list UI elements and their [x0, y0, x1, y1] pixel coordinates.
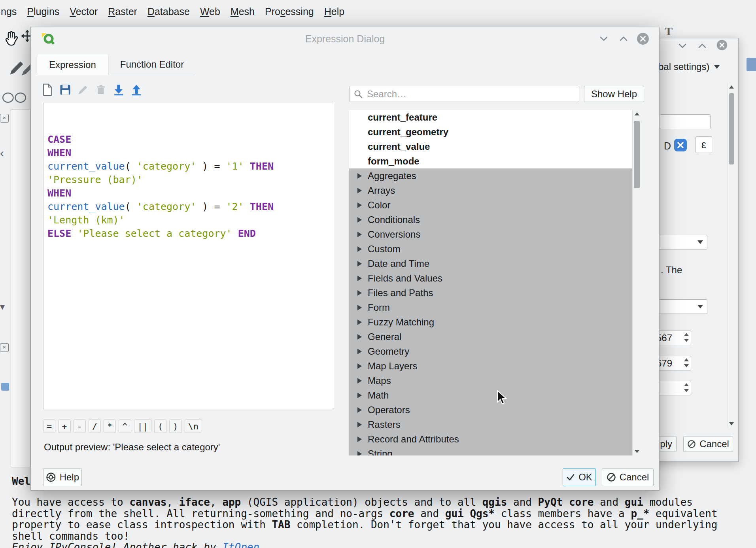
- new-expression-button[interactable]: [40, 82, 55, 98]
- menu-item-web[interactable]: Web: [195, 4, 225, 19]
- expander-icon[interactable]: [357, 217, 362, 223]
- close-panel-icon[interactable]: ×: [0, 114, 9, 123]
- expander-icon[interactable]: [357, 276, 362, 281]
- function-group-record-and-attributes[interactable]: Record and Attributes: [349, 432, 632, 446]
- select-circle-icon[interactable]: [2, 91, 27, 104]
- function-group-aggregates[interactable]: Aggregates: [349, 168, 632, 183]
- expander-icon[interactable]: [357, 422, 362, 427]
- expander-icon[interactable]: [357, 188, 362, 193]
- function-item-current-feature[interactable]: current_feature: [349, 110, 632, 125]
- layer-icon[interactable]: [1, 383, 9, 391]
- operator-button[interactable]: ): [169, 420, 181, 433]
- spin-up-icon[interactable]: [684, 383, 689, 386]
- help-button[interactable]: Help: [43, 468, 82, 486]
- function-group-maps[interactable]: Maps: [349, 373, 632, 388]
- function-group-operators[interactable]: Operators: [349, 402, 632, 417]
- close-panel-2-icon[interactable]: ×: [0, 343, 9, 352]
- operator-button[interactable]: /: [89, 420, 101, 433]
- tab-function-editor[interactable]: Function Editor: [108, 54, 196, 75]
- background-dialog-scrollbar[interactable]: [728, 83, 735, 428]
- operator-button[interactable]: +: [58, 420, 70, 433]
- operator-button[interactable]: (: [154, 420, 166, 433]
- pan-hand-icon[interactable]: [3, 29, 20, 48]
- menu-item-database[interactable]: Database: [142, 4, 195, 19]
- function-item-current-value[interactable]: current_value: [349, 139, 632, 154]
- function-group-form[interactable]: Form: [349, 300, 632, 315]
- tab-expression[interactable]: Expression: [37, 54, 108, 75]
- toolbar-icon-partial[interactable]: [747, 58, 756, 71]
- scrollbar-thumb[interactable]: [634, 121, 640, 188]
- function-group-conditionals[interactable]: Conditionals: [349, 212, 632, 227]
- text-field[interactable]: [660, 114, 711, 129]
- function-group-string[interactable]: String: [349, 446, 632, 455]
- menu-item-mesh[interactable]: Mesh: [225, 4, 260, 19]
- combobox-1[interactable]: [653, 235, 707, 249]
- spin-down-icon[interactable]: [684, 364, 689, 367]
- roll-up-button[interactable]: [696, 39, 709, 53]
- save-expression-button[interactable]: [58, 82, 72, 98]
- combobox-2[interactable]: [653, 299, 707, 314]
- operator-button[interactable]: =: [43, 420, 55, 433]
- menu-item-raster[interactable]: Raster: [103, 4, 142, 19]
- scope-combobox[interactable]: bal settings): [658, 61, 720, 72]
- expression-epsilon-button[interactable]: ε: [696, 136, 712, 153]
- ok-button[interactable]: OK: [563, 468, 596, 486]
- chevron-icon[interactable]: ▾: [0, 302, 5, 312]
- expression-editor[interactable]: CASEWHENcurrent_value( 'category' ) = '1…: [43, 103, 334, 409]
- operator-button[interactable]: ^: [119, 420, 131, 433]
- function-group-geometry[interactable]: Geometry: [349, 344, 632, 359]
- menu-item-vector[interactable]: Vector: [64, 4, 103, 19]
- function-group-rasters[interactable]: Rasters: [349, 417, 632, 432]
- function-item-current-geometry[interactable]: current_geometry: [349, 125, 632, 139]
- function-group-general[interactable]: General: [349, 329, 632, 344]
- function-group-fields-and-values[interactable]: Fields and Values: [349, 271, 632, 285]
- expander-icon[interactable]: [357, 349, 362, 354]
- expander-icon[interactable]: [357, 246, 362, 252]
- scrollbar-thumb[interactable]: [729, 93, 734, 164]
- expander-icon[interactable]: [357, 261, 362, 266]
- delete-expression-button[interactable]: [94, 82, 108, 98]
- spin-down-icon[interactable]: [684, 389, 689, 392]
- show-help-button[interactable]: Show Help: [584, 86, 644, 102]
- edit-expression-button[interactable]: [76, 82, 90, 98]
- function-group-arrays[interactable]: Arrays: [349, 183, 632, 198]
- expander-icon[interactable]: [357, 173, 362, 179]
- function-group-files-and-paths[interactable]: Files and Paths: [349, 285, 632, 300]
- roll-down-button[interactable]: [597, 32, 610, 45]
- spin-up-icon[interactable]: [684, 358, 689, 361]
- expander-icon[interactable]: [357, 319, 362, 325]
- function-list-scrollbar[interactable]: [632, 110, 641, 455]
- function-group-math[interactable]: Math: [349, 388, 632, 402]
- expander-icon[interactable]: [357, 363, 362, 369]
- function-group-map-layers[interactable]: Map Layers: [349, 359, 632, 373]
- function-group-custom[interactable]: Custom: [349, 242, 632, 256]
- close-button[interactable]: [636, 32, 650, 45]
- menu-item-ngs[interactable]: ngs: [0, 4, 22, 19]
- expander-icon[interactable]: [357, 305, 362, 310]
- operator-button[interactable]: *: [104, 420, 116, 433]
- expander-icon[interactable]: [357, 334, 362, 340]
- function-group-conversions[interactable]: Conversions: [349, 227, 632, 242]
- roll-down-button[interactable]: [676, 39, 689, 53]
- itopen-link[interactable]: ItOpen: [222, 541, 259, 548]
- expander-icon[interactable]: [357, 437, 362, 442]
- search-input[interactable]: [363, 89, 579, 100]
- menu-item-help[interactable]: Help: [319, 4, 350, 19]
- spin-down-icon[interactable]: [684, 339, 689, 342]
- operator-button[interactable]: \n: [185, 420, 202, 433]
- function-item-form-mode[interactable]: form_mode: [349, 154, 632, 168]
- export-expression-button[interactable]: [129, 82, 144, 98]
- menu-item-plugins[interactable]: Plugins: [22, 4, 64, 19]
- function-group-fuzzy-matching[interactable]: Fuzzy Matching: [349, 315, 632, 329]
- menu-item-processing[interactable]: Processing: [260, 4, 319, 19]
- function-group-date-and-time[interactable]: Date and Time: [349, 256, 632, 271]
- expander-icon[interactable]: [357, 451, 362, 456]
- expander-icon[interactable]: [357, 378, 362, 384]
- roll-up-button[interactable]: [617, 32, 630, 45]
- collapse-left-icon[interactable]: ‹: [0, 147, 4, 159]
- expander-icon[interactable]: [357, 393, 362, 398]
- operator-button[interactable]: ||: [134, 420, 152, 433]
- override-icon[interactable]: [673, 138, 688, 152]
- spin-up-icon[interactable]: [684, 333, 689, 336]
- function-group-color[interactable]: Color: [349, 198, 632, 212]
